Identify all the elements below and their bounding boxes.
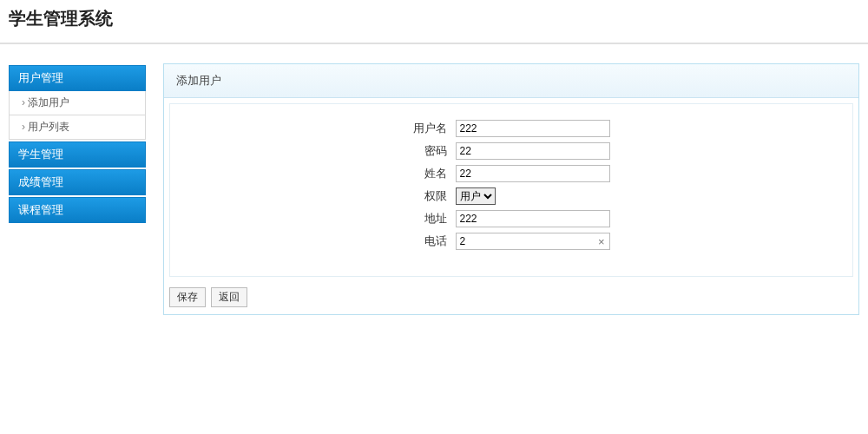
label-role: 权限 (410, 186, 450, 207)
action-bar: 保存 返回 (164, 282, 858, 314)
sidebar: 用户管理 添加用户 用户列表 学生管理 成绩管理 课程管理 (9, 63, 146, 315)
select-role[interactable]: 用户 (456, 187, 496, 205)
sidebar-item-add-user[interactable]: 添加用户 (9, 91, 146, 115)
input-name[interactable] (456, 165, 610, 182)
app-header: 学生管理系统 (0, 0, 868, 44)
input-password[interactable] (456, 142, 610, 160)
sidebar-section-grade[interactable]: 成绩管理 (9, 169, 146, 195)
label-username: 用户名 (410, 118, 450, 139)
app-title: 学生管理系统 (9, 7, 859, 30)
back-button[interactable]: 返回 (211, 287, 247, 307)
sidebar-section-course[interactable]: 课程管理 (9, 197, 146, 223)
input-phone[interactable] (456, 233, 610, 250)
input-username[interactable] (456, 120, 610, 137)
input-address[interactable] (456, 210, 610, 227)
sidebar-item-user-list[interactable]: 用户列表 (9, 115, 146, 140)
label-name: 姓名 (410, 163, 450, 184)
panel-title: 添加用户 (164, 64, 858, 98)
label-address: 地址 (410, 208, 450, 229)
form-panel: 添加用户 用户名 密码 姓名 权限 (163, 63, 859, 315)
sidebar-section-student[interactable]: 学生管理 (9, 141, 146, 168)
label-password: 密码 (410, 141, 450, 161)
layout: 用户管理 添加用户 用户列表 学生管理 成绩管理 课程管理 添加用户 用户名 密… (0, 63, 868, 315)
panel-body: 用户名 密码 姓名 权限 用户 (169, 103, 853, 277)
sidebar-section-user[interactable]: 用户管理 (9, 65, 146, 91)
clear-icon[interactable]: × (598, 236, 605, 247)
save-button[interactable]: 保存 (169, 287, 206, 307)
form-table: 用户名 密码 姓名 权限 用户 (408, 116, 615, 253)
label-phone: 电话 (410, 231, 450, 252)
main-area: 添加用户 用户名 密码 姓名 权限 (163, 63, 859, 315)
